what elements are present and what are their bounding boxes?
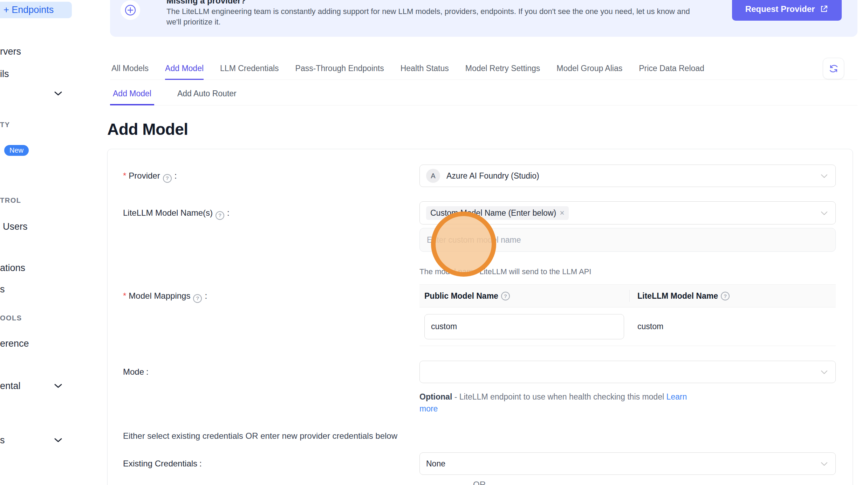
model-names-multiselect[interactable]: Custom Model Name (Enter below) × <box>419 201 836 224</box>
remove-tag-icon[interactable]: × <box>560 208 564 218</box>
public-model-name-cell <box>419 314 630 339</box>
mappings-table-header: Public Model Name? LiteLLM Model Name? <box>419 284 836 307</box>
sidebar-item-models-endpoints[interactable]: + Endpoints <box>0 2 72 18</box>
public-model-name-header: Public Model Name? <box>419 290 630 302</box>
custom-model-helper-text: The model name LiteLLM will send to the … <box>419 267 836 276</box>
new-badge-label: New <box>9 146 23 154</box>
credentials-note: Either select existing credentials OR en… <box>123 431 836 442</box>
custom-model-name-input[interactable] <box>427 235 828 245</box>
custom-model-name-field[interactable] <box>419 228 836 252</box>
litellm-model-name-value: custom <box>637 322 663 331</box>
existing-credentials-row: Existing Credentials: None <box>123 452 836 475</box>
model-mappings-label: *Model Mappings?: <box>123 284 419 346</box>
tab-llm-credentials[interactable]: LLM Credentials <box>220 58 279 80</box>
tab-model-retry-settings[interactable]: Model Retry Settings <box>465 58 540 80</box>
colon: : <box>227 208 230 217</box>
add-model-subtab-bar: Add Model Add Auto Router <box>110 83 857 105</box>
tab-pass-through-endpoints[interactable]: Pass-Through Endpoints <box>295 58 384 80</box>
mode-helper-rest: - LiteLLM endpoint to use when health ch… <box>452 392 666 401</box>
model-mappings-row: *Model Mappings?: Public Model Name? Lit… <box>123 284 836 346</box>
litellm-model-name-header: LiteLLM Model Name? <box>630 290 836 302</box>
tab-health-status[interactable]: Health Status <box>401 58 449 80</box>
sidebar-item-organizations[interactable]: ations <box>0 263 25 273</box>
chevron-down-icon <box>821 370 828 374</box>
chevron-down-icon <box>821 211 828 215</box>
subtab-add-auto-router[interactable]: Add Auto Router <box>175 83 239 105</box>
required-marker: * <box>123 291 126 300</box>
sidebar-item-api-reference[interactable]: erence <box>0 338 29 349</box>
model-names-row: LiteLLM Model Name(s)?: Custom Model Nam… <box>123 201 836 276</box>
refresh-button[interactable] <box>823 58 844 79</box>
sidebar-section-tools: OOLS <box>0 314 22 322</box>
help-icon[interactable]: ? <box>163 174 172 183</box>
mode-select[interactable] <box>419 361 836 383</box>
sidebar-item-internal-users[interactable]: Users <box>3 221 28 232</box>
sidebar-item-mcp-servers[interactable]: rvers <box>0 46 21 57</box>
tab-all-models[interactable]: All Models <box>111 58 149 80</box>
existing-credentials-label-text: Existing Credentials <box>123 459 197 468</box>
tab-model-group-alias[interactable]: Model Group Alias <box>556 58 622 80</box>
external-link-icon <box>820 5 828 13</box>
sidebar-item-experimental[interactable]: ental <box>0 381 21 392</box>
model-name-tag-label: Custom Model Name (Enter below) <box>430 208 556 218</box>
sidebar-section-access-control: TROL <box>0 196 21 205</box>
sidebar-item-guardrails[interactable]: ils <box>0 69 9 79</box>
litellm-model-name-header-text: LiteLLM Model Name <box>637 291 718 301</box>
sidebar-item-settings[interactable]: s <box>0 435 5 446</box>
missing-provider-banner: Missing a provider? The LiteLLM engineer… <box>110 0 857 37</box>
help-icon[interactable]: ? <box>216 211 224 220</box>
model-mappings-table: Public Model Name? LiteLLM Model Name? c… <box>419 284 836 346</box>
tab-add-model[interactable]: Add Model <box>165 58 204 80</box>
mode-row: Mode: Optional - LiteLLM endpoint to use… <box>123 361 836 415</box>
new-badge: New <box>4 145 29 156</box>
sidebar-section-observability: TY <box>0 121 10 129</box>
mode-helper-text: Optional - LiteLLM endpoint to use when … <box>419 391 705 415</box>
banner-body: The LiteLLM engineering team is constant… <box>166 6 727 27</box>
mappings-table-row: custom <box>419 307 836 346</box>
provider-label-text: Provider <box>129 171 160 180</box>
plus-circle-icon <box>121 0 140 20</box>
colon: : <box>146 367 149 376</box>
help-icon[interactable]: ? <box>721 292 730 300</box>
model-mappings-label-text: Model Mappings <box>129 291 190 300</box>
chevron-down-icon <box>821 174 828 178</box>
existing-credentials-value: None <box>426 459 445 469</box>
colon: : <box>199 459 202 468</box>
provider-select[interactable]: A Azure AI Foundry (Studio) <box>419 165 836 187</box>
provider-row: *Provider?: A Azure AI Foundry (Studio) <box>123 165 836 187</box>
provider-select-value: Azure AI Foundry (Studio) <box>446 171 539 181</box>
chevron-down-icon[interactable] <box>54 384 62 388</box>
model-names-label: LiteLLM Model Name(s)?: <box>123 201 419 276</box>
help-icon[interactable]: ? <box>193 294 202 303</box>
refresh-icon <box>829 64 839 74</box>
sidebar-item-budgets[interactable]: s <box>0 284 5 295</box>
public-model-name-input[interactable] <box>424 314 624 339</box>
banner-body-line1: The LiteLLM engineering team is constant… <box>166 6 727 17</box>
mode-helper-bold: Optional <box>419 392 452 401</box>
provider-label: *Provider?: <box>123 165 419 187</box>
colon: : <box>175 171 177 180</box>
litellm-model-name-cell: custom <box>630 322 836 331</box>
model-name-tag: Custom Model Name (Enter below) × <box>426 206 569 220</box>
chevron-down-icon[interactable] <box>54 438 62 443</box>
add-model-form-card: *Provider?: A Azure AI Foundry (Studio) … <box>107 149 853 485</box>
page-title: Add Model <box>107 120 188 139</box>
banner-title: Missing a provider? <box>166 0 246 6</box>
colon: : <box>205 291 207 300</box>
help-icon[interactable]: ? <box>501 292 510 300</box>
chevron-down-icon[interactable] <box>54 91 62 96</box>
request-provider-button[interactable]: Request Provider <box>732 0 842 21</box>
banner-body-line2: we'll prioritize it. <box>166 17 727 27</box>
model-names-label-text: LiteLLM Model Name(s) <box>123 208 213 217</box>
subtab-add-model[interactable]: Add Model <box>110 83 154 105</box>
chevron-down-icon <box>821 462 828 466</box>
request-provider-label: Request Provider <box>745 4 815 14</box>
tab-price-data-reload[interactable]: Price Data Reload <box>639 58 704 80</box>
litellm-admin-page: + Endpoints rvers ils TY New TROL Users … <box>0 0 868 485</box>
existing-credentials-select[interactable]: None <box>419 452 836 475</box>
existing-credentials-label: Existing Credentials: <box>123 452 419 475</box>
sidebar-item-label: + Endpoints <box>4 5 54 15</box>
or-divider: OR <box>123 480 836 485</box>
required-marker: * <box>123 171 126 180</box>
sidebar: + Endpoints rvers ils TY New TROL Users … <box>0 0 75 485</box>
